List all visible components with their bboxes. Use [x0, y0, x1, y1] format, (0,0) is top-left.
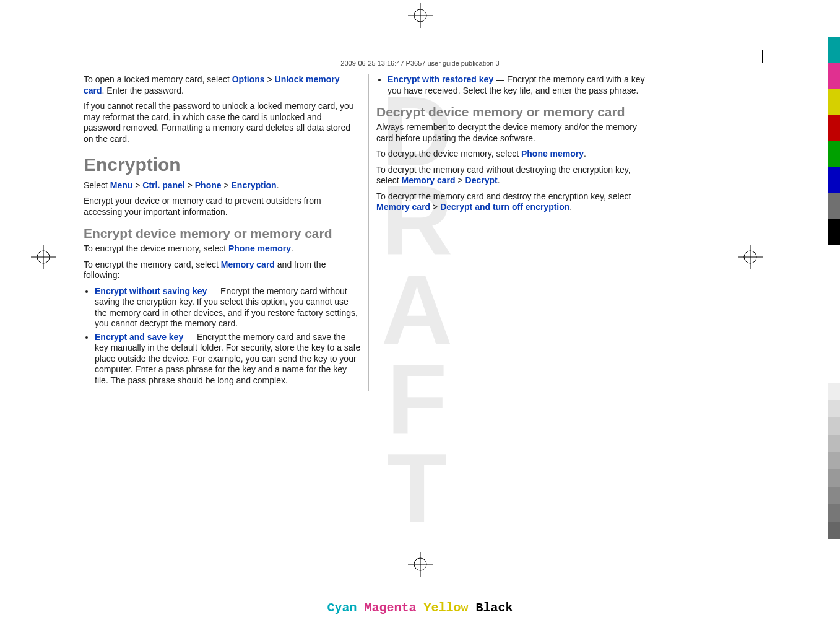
link-encrypt-and-save-key: Encrypt and save key	[95, 332, 183, 342]
footer-color-names: Cyan Magenta Yellow Black	[327, 601, 513, 615]
footer-black: Black	[476, 601, 513, 615]
link-phone-memory: Phone memory	[228, 243, 291, 253]
footer-yellow: Yellow	[424, 601, 469, 615]
para-decrypt-device-memory: To decrypt the device memory, select Pho…	[376, 149, 654, 160]
link-options: Options	[232, 74, 265, 84]
link-encryption: Encryption	[232, 180, 277, 190]
registration-mark-left	[31, 245, 56, 269]
list-item: Encrypt and save key — Encrypt the memor…	[95, 332, 361, 386]
link-phone: Phone	[195, 180, 222, 190]
page-content: To open a locked memory card, select Opt…	[84, 74, 654, 391]
registration-mark-bottom	[408, 552, 433, 577]
list-item: Encrypt without saving key — Encrypt the…	[95, 286, 361, 330]
para-decrypt-remember: Always remember to decrypt the device me…	[376, 122, 654, 144]
link-memory-card-2: Memory card	[401, 175, 455, 185]
registration-mark-right	[738, 245, 763, 269]
para-forgot-password: If you cannot recall the password to unl…	[84, 101, 361, 144]
link-encrypt-with-restored-key: Encrypt with restored key	[388, 74, 493, 84]
left-column: To open a locked memory card, select Opt…	[84, 74, 369, 391]
heading-encryption: Encryption	[84, 153, 361, 177]
para-select-encryption: Select Menu > Ctrl. panel > Phone > Encr…	[84, 180, 361, 191]
footer-magenta: Magenta	[364, 601, 416, 615]
header-text: 2009-06-25 13:16:47 P3657 user guide pub…	[340, 59, 499, 67]
heading-decrypt-device: Decrypt device memory or memory card	[376, 105, 654, 120]
gray-bars	[828, 365, 840, 539]
footer-cyan: Cyan	[327, 601, 357, 615]
para-decrypt-destroy-key: To decrypt the memory card and destroy t…	[376, 191, 654, 213]
link-decrypt: Decrypt	[465, 175, 498, 185]
right-column: Encrypt with restored key — Encrypt the …	[369, 74, 654, 391]
registration-mark-top	[408, 3, 433, 28]
encrypt-options-list-cont: Encrypt with restored key — Encrypt the …	[376, 74, 654, 96]
para-encrypt-intro: Encrypt your device or memory card to pr…	[84, 196, 361, 217]
link-encrypt-without-saving-key: Encrypt without saving key	[95, 286, 207, 296]
crop-mark-top-right	[743, 50, 763, 63]
list-item: Encrypt with restored key — Encrypt the …	[388, 74, 654, 96]
para-encrypt-memory-card: To encrypt the memory card, select Memor…	[84, 260, 361, 281]
link-memory-card: Memory card	[221, 260, 275, 269]
encrypt-options-list: Encrypt without saving key — Encrypt the…	[84, 286, 361, 386]
para-decrypt-keep-key: To decrypt the memory card without destr…	[376, 165, 654, 186]
link-menu: Menu	[110, 180, 133, 190]
para-open-locked-card: To open a locked memory card, select Opt…	[84, 74, 361, 96]
link-ctrl-panel: Ctrl. panel	[142, 180, 184, 190]
para-encrypt-device-memory: To encrypt the device memory, select Pho…	[84, 243, 361, 255]
heading-encrypt-device: Encrypt device memory or memory card	[84, 226, 361, 241]
link-phone-memory-2: Phone memory	[521, 149, 584, 159]
color-bars	[828, 37, 840, 245]
link-memory-card-3: Memory card	[376, 202, 430, 212]
link-decrypt-turn-off: Decrypt and turn off encryption	[440, 202, 569, 212]
